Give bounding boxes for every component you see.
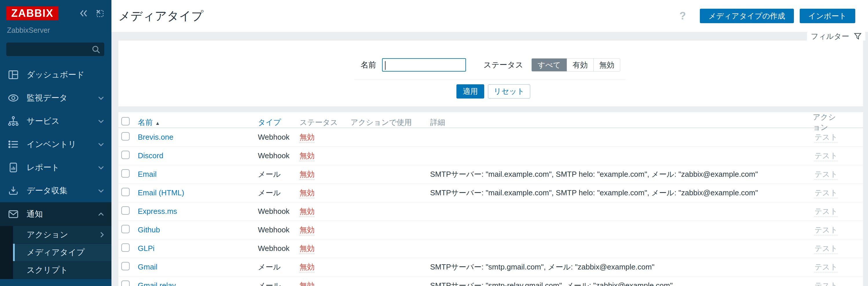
submenu-item-scripts[interactable]: スクリプト (13, 261, 112, 279)
media-type-type: メール (258, 169, 300, 179)
row-checkbox[interactable] (121, 244, 130, 252)
status-toggle-link[interactable]: 無効 (300, 151, 315, 161)
inventory-list-icon (8, 139, 19, 150)
text-caret (385, 61, 385, 70)
status-option-all[interactable]: すべて (532, 59, 567, 71)
row-checkbox[interactable] (121, 169, 130, 178)
status-option-enabled[interactable]: 有効 (567, 59, 593, 71)
search-input[interactable] (7, 43, 104, 56)
media-types-table: 名前▲ タイプ ステータス アクションで使用 詳細 アクション Brevis.o… (118, 112, 863, 286)
row-checkbox[interactable] (121, 188, 130, 196)
status-filter-label: ステータス (466, 58, 523, 72)
search-icon[interactable] (92, 45, 100, 54)
media-type-name-link[interactable]: Discord (138, 151, 163, 160)
test-link[interactable]: テスト (814, 151, 838, 161)
status-toggle-link[interactable]: 無効 (300, 225, 315, 235)
sidebar-item-partial-icon (8, 285, 19, 286)
row-checkbox[interactable] (121, 151, 130, 159)
status-toggle-link[interactable]: 無効 (300, 188, 315, 198)
sidebar-item-services[interactable]: サービス (0, 110, 112, 133)
test-link[interactable]: テスト (814, 170, 838, 180)
reports-icon (8, 162, 19, 173)
test-link[interactable]: テスト (814, 188, 838, 198)
status-option-disabled[interactable]: 無効 (593, 59, 620, 71)
sidebar-item-reports[interactable]: レポート (0, 156, 112, 179)
column-header-name[interactable]: 名前▲ (138, 117, 258, 127)
dashboard-icon (8, 69, 19, 80)
chevron-down-icon (98, 143, 104, 146)
media-type-name-link[interactable]: Brevis.one (138, 133, 174, 141)
expand-fullscreen-icon[interactable] (95, 9, 104, 18)
media-type-name-link[interactable]: GLPi (138, 244, 155, 253)
sidebar-item-monitoring[interactable]: 監視データ (0, 86, 112, 110)
test-link[interactable]: テスト (814, 244, 838, 254)
row-checkbox[interactable] (121, 206, 130, 215)
table-row: Email (HTML) メール 無効 SMTPサーバー: "mail.exam… (118, 184, 863, 202)
sidebar-item-notifications[interactable]: 通知 (0, 202, 112, 226)
status-toggle-link[interactable]: 無効 (300, 262, 315, 273)
help-icon[interactable]: ? (680, 10, 686, 22)
row-checkbox[interactable] (121, 225, 130, 233)
apply-button[interactable]: 適用 (457, 84, 484, 98)
filter-tab[interactable]: フィルター (807, 32, 865, 40)
envelope-icon (8, 209, 19, 220)
test-link[interactable]: テスト (814, 133, 838, 143)
status-toggle-link[interactable]: 無効 (300, 207, 315, 217)
reset-button[interactable]: リセット (488, 84, 530, 98)
name-filter-field (382, 58, 466, 72)
status-segmented-control: すべて 有効 無効 (531, 58, 620, 72)
collapse-sidebar-icon[interactable] (79, 9, 88, 18)
monitoring-eye-icon (8, 92, 19, 104)
media-type-type: メール (258, 281, 300, 286)
test-link[interactable]: テスト (814, 262, 838, 273)
sidebar-search[interactable] (6, 42, 104, 56)
notifications-submenu: アクション メディアタイプ スクリプト (0, 226, 112, 279)
media-type-type: Webhook (258, 225, 300, 234)
submenu-item-media-types[interactable]: メディアタイプ (13, 244, 112, 261)
status-toggle-link[interactable]: 無効 (300, 133, 315, 143)
select-all-checkbox[interactable] (121, 117, 130, 125)
media-type-name-link[interactable]: Gmail relay (138, 281, 176, 286)
main-content: メディアタイプ ? メディアタイプの作成 インポート フィルター 名前 ステータ… (112, 0, 868, 286)
table-row: Gmail relay メール 無効 SMTPサーバー: "smtp-relay… (118, 277, 863, 286)
sidebar-item-dashboard[interactable]: ダッシュボード (0, 63, 112, 86)
import-button[interactable]: インポート (800, 9, 855, 23)
create-media-type-button[interactable]: メディアタイプの作成 (700, 9, 794, 23)
page-header: メディアタイプ ? メディアタイプの作成 インポート (112, 0, 868, 32)
media-type-details: SMTPサーバー: "smtp.gmail.com", メール: "zabbix… (430, 262, 813, 272)
media-type-name-link[interactable]: Email (HTML) (138, 188, 184, 197)
chevron-down-icon (98, 119, 104, 123)
media-type-name-link[interactable]: Express.ms (138, 207, 177, 216)
media-type-type: Webhook (258, 151, 300, 160)
sort-asc-icon: ▲ (155, 120, 160, 126)
funnel-icon (854, 32, 862, 40)
media-type-name-link[interactable]: Github (138, 225, 160, 234)
media-type-name-link[interactable]: Gmail (138, 262, 157, 271)
zabbix-logo[interactable]: ZABBIX (6, 6, 59, 20)
row-checkbox[interactable] (121, 132, 130, 141)
media-type-name-link[interactable]: Email (138, 170, 157, 178)
submenu-item-actions[interactable]: アクション (13, 226, 112, 244)
table-header-row: 名前▲ タイプ ステータス アクションで使用 詳細 アクション (118, 112, 863, 128)
media-type-type: Webhook (258, 133, 300, 142)
name-filter-input[interactable] (383, 59, 465, 71)
test-link[interactable]: テスト (814, 281, 838, 286)
row-checkbox[interactable] (121, 281, 130, 286)
status-toggle-link[interactable]: 無効 (300, 244, 315, 254)
sidebar-item-inventory[interactable]: インベントリ (0, 133, 112, 156)
media-type-type: Webhook (258, 244, 300, 253)
column-header-status: ステータス (300, 117, 350, 127)
row-checkbox[interactable] (121, 262, 130, 270)
media-type-details: SMTPサーバー: "smtp-relay.gmail.com", メール: "… (430, 281, 813, 286)
test-link[interactable]: テスト (814, 207, 838, 217)
media-type-details: SMTPサーバー: "mail.example.com", SMTP helo:… (430, 169, 813, 179)
column-header-action: アクション (813, 112, 863, 133)
sidebar: ZABBIX ZabbixServer ダッシュボード 監視データ (0, 0, 112, 286)
chevron-down-icon (98, 166, 104, 170)
status-toggle-link[interactable]: 無効 (300, 170, 315, 180)
column-header-type[interactable]: タイプ (258, 117, 300, 127)
status-toggle-link[interactable]: 無効 (300, 281, 315, 286)
test-link[interactable]: テスト (814, 225, 838, 235)
table-row: GLPi Webhook 無効 テスト (118, 239, 863, 258)
sidebar-item-data-collection[interactable]: データ収集 (0, 179, 112, 202)
